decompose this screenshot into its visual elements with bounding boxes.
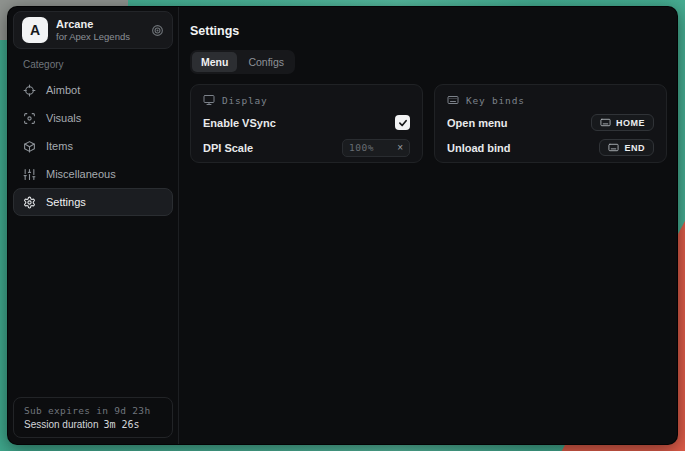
overlay-window: A Arcane for Apex Legends Category <box>7 6 678 445</box>
sub-expiry-text: Sub expires in 9d 23h <box>24 405 162 416</box>
sidebar-item-label: Aimbot <box>46 84 80 96</box>
target-icon[interactable] <box>151 24 164 37</box>
sidebar-item-label: Visuals <box>46 112 81 124</box>
app-name: Arcane <box>56 18 130 30</box>
unload-bind-row: Unload bind END <box>447 138 654 157</box>
sidebar-item-label: Items <box>46 140 73 152</box>
crosshair-icon <box>23 84 36 97</box>
open-menu-row: Open menu HOME <box>447 113 654 132</box>
keybinds-card-title: Key binds <box>466 95 525 106</box>
app-logo-letter: A <box>30 22 40 38</box>
app-subtitle: for Apex Legends <box>56 31 130 42</box>
monitor-icon <box>203 94 215 106</box>
tab-label: Menu <box>201 56 228 68</box>
dpi-scale-input[interactable]: 100% × <box>342 139 410 157</box>
sidebar-item-visuals[interactable]: Visuals <box>13 104 173 132</box>
sidebar-item-miscellaneous[interactable]: Miscellaneous <box>13 160 173 188</box>
scan-eye-icon <box>23 112 36 125</box>
keybinds-card: Key binds Open menu HOME Unload bind <box>434 84 667 163</box>
tab-label: Configs <box>248 56 284 68</box>
tab-bar: Menu Configs <box>190 50 295 74</box>
display-card-header: Display <box>203 93 410 107</box>
sidebar-item-aimbot[interactable]: Aimbot <box>13 76 173 104</box>
main-panel: Settings Menu Configs Display <box>179 7 679 444</box>
vsync-checkbox[interactable] <box>395 115 410 130</box>
session-duration-label: Session duration <box>24 419 99 430</box>
open-menu-keybind-button[interactable]: HOME <box>591 114 654 131</box>
session-duration-value: 3m 26s <box>104 419 140 430</box>
dpi-value: 100% <box>349 142 374 153</box>
open-menu-label: Open menu <box>447 117 508 129</box>
check-icon <box>398 118 408 128</box>
sidebar-item-label: Settings <box>46 196 86 208</box>
session-duration-text: Session duration 3m 26s <box>24 419 162 430</box>
unload-bind-label: Unload bind <box>447 142 511 154</box>
vsync-label: Enable VSync <box>203 117 276 129</box>
tab-configs[interactable]: Configs <box>239 52 293 72</box>
sidebar: A Arcane for Apex Legends Category <box>8 7 179 444</box>
unload-bind-keybind-button[interactable]: END <box>599 139 654 156</box>
unload-bind-key: END <box>624 143 645 153</box>
brand-card: A Arcane for Apex Legends <box>13 11 173 49</box>
keybinds-card-header: Key binds <box>447 93 654 107</box>
package-icon <box>23 140 36 153</box>
session-info-card: Sub expires in 9d 23h Session duration 3… <box>13 397 173 438</box>
display-card-title: Display <box>222 95 268 106</box>
gear-icon <box>23 196 36 209</box>
tab-menu[interactable]: Menu <box>192 52 237 72</box>
sidebar-item-settings[interactable]: Settings <box>13 188 173 216</box>
category-label: Category <box>23 59 173 70</box>
brand-text: Arcane for Apex Legends <box>56 18 130 42</box>
keyboard-icon <box>447 94 459 106</box>
app-logo: A <box>22 17 48 43</box>
dpi-row: DPI Scale 100% × <box>203 138 410 157</box>
sidebar-item-label: Miscellaneous <box>46 168 116 180</box>
keyboard-icon <box>600 117 611 128</box>
sidebar-item-items[interactable]: Items <box>13 132 173 160</box>
display-card: Display Enable VSync DPI Scale <box>190 84 423 163</box>
vsync-row: Enable VSync <box>203 113 410 132</box>
settings-cards: Display Enable VSync DPI Scale <box>190 84 667 163</box>
page-title: Settings <box>190 24 667 38</box>
keyboard-icon <box>608 142 619 153</box>
dpi-clear-button[interactable]: × <box>397 143 403 153</box>
open-menu-key: HOME <box>616 118 645 128</box>
sliders-icon <box>23 168 36 181</box>
dpi-label: DPI Scale <box>203 142 253 154</box>
sidebar-nav: Aimbot Visuals Items <box>13 76 173 216</box>
